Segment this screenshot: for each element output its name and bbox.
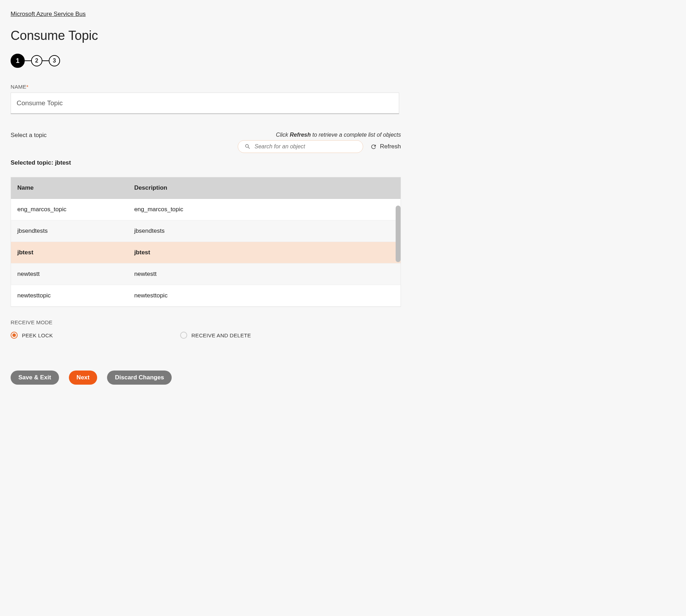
cell-name: jbtest [11, 242, 128, 263]
search-box[interactable] [238, 140, 363, 153]
refresh-label: Refresh [380, 143, 401, 150]
breadcrumb-link[interactable]: Microsoft Azure Service Bus [11, 11, 86, 18]
stepper: 1 2 3 [11, 54, 675, 68]
discard-button[interactable]: Discard Changes [107, 371, 172, 385]
selected-topic: Selected topic: jbtest [11, 159, 675, 166]
table-row[interactable]: jbsendtestsjbsendtests [11, 220, 401, 242]
step-connector [42, 60, 49, 61]
topic-table-wrap: Name Description eng_marcos_topiceng_mar… [11, 177, 401, 307]
cell-description: newtestt [128, 263, 401, 285]
col-name[interactable]: Name [11, 177, 128, 199]
cell-name: jbsendtests [11, 220, 128, 242]
footer-buttons: Save & Exit Next Discard Changes [11, 371, 675, 385]
select-topic-label: Select a topic [11, 132, 47, 139]
search-input[interactable] [254, 143, 356, 150]
step-3[interactable]: 3 [49, 55, 60, 66]
page-title: Consume Topic [11, 28, 675, 43]
table-row[interactable]: jbtestjbtest [11, 242, 401, 263]
scrollbar[interactable] [396, 206, 401, 262]
name-field-label: NAME* [11, 84, 675, 90]
refresh-icon [370, 143, 377, 150]
step-2[interactable]: 2 [31, 55, 42, 66]
cell-name: newtesttopic [11, 285, 128, 307]
col-description[interactable]: Description [128, 177, 401, 199]
table-row[interactable]: eng_marcos_topiceng_marcos_topic [11, 199, 401, 220]
radio-label: PEEK LOCK [22, 332, 53, 338]
cell-name: eng_marcos_topic [11, 199, 128, 220]
save-exit-button[interactable]: Save & Exit [11, 371, 59, 385]
refresh-button[interactable]: Refresh [370, 143, 401, 150]
radio-circle [11, 332, 18, 339]
step-1[interactable]: 1 [11, 54, 25, 68]
receive-mode-label: RECEIVE MODE [11, 319, 675, 325]
step-connector [25, 60, 31, 61]
radio-circle [180, 332, 187, 339]
cell-description: jbtest [128, 242, 401, 263]
name-input[interactable] [11, 93, 399, 114]
table-row[interactable]: newtesttopicnewtesttopic [11, 285, 401, 307]
next-button[interactable]: Next [69, 371, 97, 385]
radio-label: RECEIVE AND DELETE [191, 332, 251, 338]
radio-peek-lock[interactable]: PEEK LOCK [11, 332, 53, 339]
cell-description: eng_marcos_topic [128, 199, 401, 220]
cell-name: newtestt [11, 263, 128, 285]
cell-description: jbsendtests [128, 220, 401, 242]
table-row[interactable]: newtesttnewtestt [11, 263, 401, 285]
topic-table: Name Description eng_marcos_topiceng_mar… [11, 177, 401, 307]
radio-receive-and-delete[interactable]: RECEIVE AND DELETE [180, 332, 251, 339]
search-icon [244, 143, 251, 150]
cell-description: newtesttopic [128, 285, 401, 307]
refresh-hint: Click Refresh to retrieve a complete lis… [276, 132, 401, 138]
